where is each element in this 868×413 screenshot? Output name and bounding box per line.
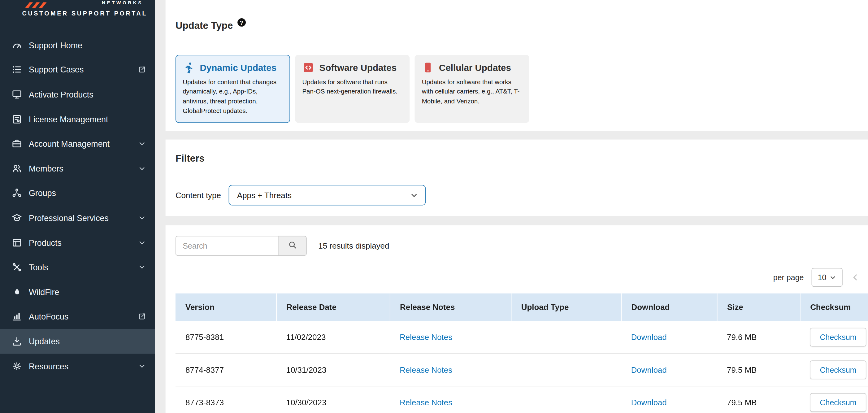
chevron-down-icon [137, 164, 146, 173]
search-row: 15 results displayed [176, 225, 868, 256]
search-button[interactable] [278, 236, 307, 256]
external-link-icon [137, 65, 146, 74]
table-header-row: Version Release Date Release Notes Uploa… [176, 293, 868, 321]
briefcase-icon [11, 138, 22, 149]
search-input[interactable] [176, 236, 278, 256]
table-row: 8774-8377 10/31/2023 Release Notes Downl… [176, 354, 868, 386]
mobile-phone-icon [422, 61, 434, 73]
filters-title: Filters [176, 139, 858, 164]
download-link[interactable]: Download [631, 365, 667, 374]
sidebar-item-license-management[interactable]: License Management [0, 107, 155, 132]
update-type-title: Update Type [176, 20, 233, 32]
sidebar: NETWORKS CUSTOMER SUPPORT PORTAL Support… [0, 0, 155, 413]
card-description: Updates for software that runs Pan-OS ne… [302, 77, 402, 97]
sidebar-item-groups[interactable]: Groups [0, 181, 155, 205]
card-description: Updates for software that works with cel… [422, 77, 522, 106]
flame-icon [11, 286, 22, 297]
sidebar-item-account-management[interactable]: Account Management [0, 131, 155, 156]
previous-page-icon[interactable] [850, 273, 860, 282]
release-date-cell: 11/02/2023 [276, 321, 390, 354]
sidebar-item-label: Activate Products [29, 90, 146, 99]
checksum-button[interactable]: Checksum [810, 393, 866, 412]
table-row: 8775-8381 11/02/2023 Release Notes Downl… [176, 321, 868, 354]
card-cellular-updates[interactable]: Cellular Updates Updates for software th… [414, 55, 529, 123]
sidebar-item-label: Tools [29, 262, 137, 272]
sidebar-item-label: AutoFocus [29, 312, 137, 321]
per-page-select[interactable]: 10 [812, 268, 843, 287]
bar-chart-icon [11, 311, 22, 322]
sidebar-item-label: Professional Services [29, 213, 137, 222]
release-date-cell: 10/31/2023 [276, 354, 390, 386]
content-type-select[interactable]: Apps + Threats [229, 185, 426, 205]
gear-icon [11, 360, 22, 372]
network-icon [11, 188, 22, 199]
release-notes-link[interactable]: Release Notes [400, 398, 452, 407]
update-type-title-row: Update Type ? [176, 0, 858, 32]
gauge-icon [11, 39, 22, 51]
download-link[interactable]: Download [631, 333, 667, 342]
card-title: Cellular Updates [439, 62, 511, 73]
header-download: Download [621, 293, 717, 321]
size-cell: 79.5 MB [717, 386, 800, 413]
sidebar-item-label: Account Management [29, 139, 137, 148]
filters-panel: Filters Content type Apps + Threats [165, 139, 868, 216]
per-page-value: 10 [818, 273, 827, 282]
sidebar-item-professional-services[interactable]: Professional Services [0, 205, 155, 230]
upload-type-cell [511, 354, 621, 386]
sidebar-item-label: Resources [29, 361, 137, 371]
sidebar-item-wildfire[interactable]: WildFire [0, 280, 155, 304]
sidebar-item-products[interactable]: Products [0, 230, 155, 255]
updates-table: Version Release Date Release Notes Uploa… [176, 293, 868, 413]
card-dynamic-updates[interactable]: Dynamic Updates Updates for content that… [176, 55, 290, 123]
help-icon[interactable]: ? [238, 18, 246, 27]
sidebar-item-updates[interactable]: Updates [0, 329, 155, 354]
chevron-down-icon [137, 263, 146, 272]
grid-box-icon [11, 237, 22, 248]
update-type-panel: Update Type ? Dynamic Updates Updates fo… [165, 0, 868, 131]
brand-portal-label: CUSTOMER SUPPORT PORTAL [22, 10, 148, 17]
per-page-label: per page [773, 273, 804, 282]
brand-networks-label: NETWORKS [102, 0, 143, 6]
firmware-icon [302, 61, 314, 73]
sidebar-item-resources[interactable]: Resources [0, 354, 155, 378]
results-panel: 15 results displayed per page 10 Version [165, 225, 868, 413]
header-upload-type: Upload Type [511, 293, 621, 321]
people-icon [11, 163, 22, 174]
sidebar-item-label: WildFire [29, 287, 146, 296]
chevron-down-icon [829, 274, 836, 281]
sidebar-item-label: Support Home [29, 40, 146, 50]
sidebar-item-autofocus[interactable]: AutoFocus [0, 304, 155, 329]
sidebar-item-activate-products[interactable]: Activate Products [0, 82, 155, 107]
results-count: 15 results displayed [318, 242, 389, 251]
pagination-row: per page 10 [176, 268, 868, 287]
main-content: Update Type ? Dynamic Updates Updates fo… [155, 0, 868, 413]
paloalto-logo-icon [25, 0, 49, 6]
sidebar-item-label: Products [29, 238, 137, 247]
checksum-button[interactable]: Checksum [810, 328, 866, 347]
download-tray-icon [11, 336, 22, 347]
checksum-button[interactable]: Checksum [810, 360, 866, 379]
release-notes-link[interactable]: Release Notes [400, 333, 452, 342]
release-notes-link[interactable]: Release Notes [400, 365, 452, 374]
card-description: Updates for content that changes dynamic… [183, 77, 283, 116]
version-cell: 8774-8377 [176, 354, 276, 386]
sidebar-item-label: Members [29, 164, 137, 173]
sidebar-item-tools[interactable]: Tools [0, 255, 155, 280]
content-type-value: Apps + Threats [237, 191, 291, 200]
chevron-down-icon [137, 361, 146, 371]
card-software-updates[interactable]: Software Updates Updates for software th… [295, 55, 409, 123]
content-type-filter-row: Content type Apps + Threats [176, 185, 858, 205]
sidebar-item-support-home[interactable]: Support Home [0, 33, 155, 58]
sidebar-item-support-cases[interactable]: Support Cases [0, 57, 155, 82]
upload-type-cell [511, 321, 621, 354]
version-cell: 8775-8381 [176, 321, 276, 354]
download-link[interactable]: Download [631, 398, 667, 407]
sidebar-item-members[interactable]: Members [0, 156, 155, 181]
monitor-icon [11, 89, 22, 100]
chevron-down-icon [410, 191, 419, 200]
sidebar-nav: Support Home Support Cases Activate Prod… [0, 33, 155, 378]
list-icon [11, 64, 22, 75]
table-row: 8773-8373 10/30/2023 Release Notes Downl… [176, 386, 868, 413]
content-type-label: Content type [176, 191, 221, 200]
size-cell: 79.5 MB [717, 354, 800, 386]
